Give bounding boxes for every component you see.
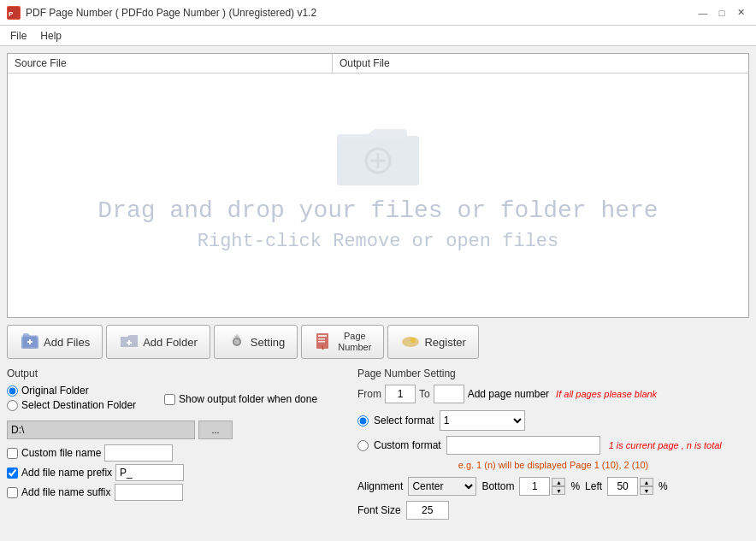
bottom-input[interactable] bbox=[519, 477, 550, 496]
bottom-spinner-buttons: ▲ ▼ bbox=[552, 478, 565, 495]
svg-text:P: P bbox=[9, 10, 14, 18]
bottom-panels: Output Original Folder Select Destinatio… bbox=[7, 368, 749, 520]
format-select[interactable]: 1 2 3 bbox=[440, 410, 525, 431]
add-suffix-row: Add file name suffix bbox=[7, 484, 349, 501]
bottom-percent-label: % bbox=[570, 480, 580, 492]
svg-point-16 bbox=[410, 338, 416, 343]
bottom-increment[interactable]: ▲ bbox=[552, 478, 565, 486]
close-button[interactable]: ✕ bbox=[732, 4, 749, 21]
page-number-panel: Page Number Setting From To Add page num… bbox=[357, 368, 749, 520]
main-content: Source File Output File Drag and drop yo… bbox=[0, 46, 756, 526]
maximize-button[interactable]: □ bbox=[713, 4, 730, 21]
custom-file-name-checkbox[interactable] bbox=[7, 448, 18, 459]
source-file-header: Source File bbox=[8, 54, 333, 73]
app-icon: P bbox=[7, 6, 21, 20]
right-click-text: Right-click Remove or open files bbox=[198, 231, 558, 252]
alignment-label: Alignment bbox=[357, 480, 403, 492]
add-suffix-label[interactable]: Add file name suffix bbox=[21, 486, 111, 498]
from-input[interactable] bbox=[385, 385, 416, 403]
register-label: Register bbox=[424, 336, 465, 349]
register-icon bbox=[400, 332, 421, 352]
select-destination-label[interactable]: Select Destination Folder bbox=[21, 399, 136, 411]
add-folder-label: Add Folder bbox=[143, 336, 198, 349]
add-prefix-row: Add file name prefix bbox=[7, 464, 349, 481]
font-size-input[interactable] bbox=[406, 501, 449, 520]
add-folder-button[interactable]: Add Folder bbox=[106, 325, 210, 359]
font-size-label: Font Size bbox=[357, 504, 401, 516]
output-file-header: Output File bbox=[333, 54, 748, 73]
setting-button[interactable]: Setting bbox=[214, 325, 298, 359]
add-files-button[interactable]: Add Files bbox=[7, 325, 103, 359]
select-dest-row: Select Destination Folder bbox=[7, 399, 161, 411]
svg-rect-11 bbox=[318, 335, 327, 337]
menu-file[interactable]: File bbox=[3, 28, 33, 44]
page-number-label: Page Number bbox=[338, 331, 371, 353]
svg-rect-12 bbox=[318, 338, 325, 340]
alignment-select[interactable]: Left Center Right bbox=[408, 477, 476, 496]
select-format-row: Select format 1 2 3 bbox=[357, 410, 749, 431]
setting-label: Setting bbox=[251, 336, 285, 349]
destination-row: ... bbox=[7, 420, 349, 439]
custom-format-radio[interactable] bbox=[357, 440, 369, 451]
original-folder-row: Original Folder bbox=[7, 385, 161, 397]
bottom-spinner: ▲ ▼ bbox=[519, 477, 565, 496]
drag-drop-text: Drag and drop your files or folder here bbox=[97, 197, 658, 224]
page-number-setting-title: Page Number Setting bbox=[357, 368, 749, 379]
custom-file-name-label[interactable]: Custom file name bbox=[21, 447, 101, 459]
toolbar: Add Files Add Folder Setting bbox=[7, 325, 749, 359]
custom-format-label[interactable]: Custom format bbox=[374, 439, 441, 451]
original-folder-radio[interactable] bbox=[7, 385, 18, 397]
prefix-input[interactable] bbox=[115, 464, 184, 481]
original-folder-label[interactable]: Original Folder bbox=[21, 385, 89, 397]
example-text: e.g. 1 (n) will be displayed Page 1 (10)… bbox=[357, 460, 749, 470]
add-files-icon bbox=[20, 332, 40, 352]
browse-button[interactable]: ... bbox=[198, 420, 233, 439]
alignment-row: Alignment Left Center Right Bottom ▲ ▼ %… bbox=[357, 477, 749, 496]
add-prefix-label[interactable]: Add file name prefix bbox=[21, 467, 112, 479]
left-spinner-buttons: ▲ ▼ bbox=[640, 478, 653, 495]
blank-note: If all pages please blank bbox=[556, 389, 657, 399]
drop-zone-header: Source File Output File bbox=[8, 54, 748, 74]
register-button[interactable]: Register bbox=[387, 325, 478, 359]
custom-format-input[interactable] bbox=[446, 436, 600, 455]
custom-file-name-row: Custom file name bbox=[7, 444, 349, 462]
left-label: Left bbox=[585, 480, 602, 492]
to-label: To bbox=[419, 388, 430, 400]
window-title: PDF Page Number ( PDFdo Page Number ) (U… bbox=[26, 7, 316, 19]
suffix-input[interactable] bbox=[115, 484, 183, 501]
show-output-label[interactable]: Show output folder when done bbox=[179, 393, 317, 405]
destination-input[interactable] bbox=[7, 420, 195, 439]
drop-zone[interactable]: Source File Output File Drag and drop yo… bbox=[7, 53, 749, 318]
left-spinner: ▲ ▼ bbox=[607, 477, 653, 496]
bottom-decrement[interactable]: ▼ bbox=[552, 486, 565, 495]
add-suffix-checkbox[interactable] bbox=[7, 487, 18, 498]
select-format-label[interactable]: Select format bbox=[374, 415, 434, 426]
font-size-row: Font Size bbox=[357, 501, 749, 520]
add-folder-icon bbox=[119, 332, 139, 352]
setting-icon bbox=[227, 332, 247, 352]
left-increment[interactable]: ▲ bbox=[640, 478, 653, 486]
select-format-radio[interactable] bbox=[357, 415, 369, 426]
page-number-button[interactable]: 1 Page Number bbox=[301, 325, 384, 359]
minimize-button[interactable]: — bbox=[694, 4, 712, 21]
custom-format-hint: 1 is current page , n is total bbox=[609, 440, 722, 450]
bottom-label: Bottom bbox=[481, 480, 514, 492]
menu-help[interactable]: Help bbox=[33, 28, 68, 44]
output-panel: Output Original Folder Select Destinatio… bbox=[7, 368, 349, 520]
show-output-row: Original Folder Select Destination Folde… bbox=[7, 385, 349, 414]
add-prefix-checkbox[interactable] bbox=[7, 467, 18, 479]
add-files-label: Add Files bbox=[44, 336, 90, 349]
output-title: Output bbox=[7, 368, 349, 379]
left-input[interactable] bbox=[607, 477, 638, 496]
folder-icon bbox=[335, 119, 421, 187]
select-destination-radio[interactable] bbox=[7, 400, 18, 411]
title-controls: — □ ✕ bbox=[694, 4, 749, 21]
to-input[interactable] bbox=[434, 385, 464, 403]
from-to-row: From To Add page number If all pages ple… bbox=[357, 385, 749, 403]
svg-text:1: 1 bbox=[322, 345, 324, 350]
left-percent-label: % bbox=[659, 480, 668, 492]
custom-file-name-input[interactable] bbox=[104, 444, 173, 462]
left-decrement[interactable]: ▼ bbox=[640, 486, 653, 495]
custom-format-row: Custom format 1 is current page , n is t… bbox=[357, 436, 749, 455]
show-output-checkbox[interactable] bbox=[164, 394, 175, 405]
